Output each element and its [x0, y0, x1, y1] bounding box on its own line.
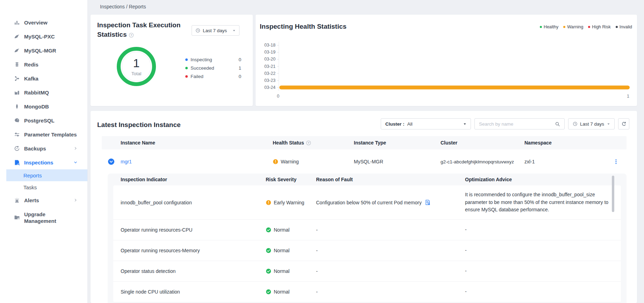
severity-cell: Early Warning: [266, 200, 316, 205]
help-icon[interactable]: ?: [306, 140, 311, 146]
sidebar-item-overview[interactable]: Overview: [0, 15, 87, 29]
chart-row-03-18: 03-18: [260, 42, 629, 49]
indicator-cell: Operator running resources-Memory: [121, 248, 266, 253]
reason-text: -: [316, 268, 318, 274]
reason-cell: -: [316, 248, 465, 253]
severity-label: Early Warning: [274, 200, 304, 205]
sidebar-item-upgrade-management[interactable]: Upgrade Management: [0, 207, 87, 228]
sidebar-item-inspections[interactable]: Inspections: [0, 155, 87, 169]
dolphin-icon: [14, 34, 20, 40]
breadcrumb-text[interactable]: Inspections / Reports: [100, 4, 146, 9]
sidebar-item-label: RabbitMQ: [24, 89, 78, 96]
exec-legend-item[interactable]: Failed0: [185, 72, 241, 80]
bar-track: [279, 63, 629, 70]
row-expand-toggle[interactable]: [102, 158, 121, 165]
health-legend: HealthyWarningHigh RiskInvalid: [540, 24, 632, 29]
sidebar-item-label: Alerts: [24, 197, 73, 204]
sidebar-item-tasks[interactable]: Tasks: [0, 181, 87, 193]
sidebar-item-mysql-pxc[interactable]: MySQL-PXC: [0, 29, 87, 43]
chart-row-03-23: 03-23: [260, 77, 629, 84]
caret-down-icon: [232, 29, 236, 32]
health-legend-item[interactable]: High Risk: [588, 24, 611, 29]
detail-row: Single node CPU utilizationNormal--: [113, 281, 621, 302]
nodes-icon: [14, 76, 20, 82]
health-legend-item[interactable]: Invalid: [616, 24, 632, 29]
sidebar-item-backups[interactable]: Backups: [0, 141, 87, 155]
sidebar-item-postgresql[interactable]: PostgreSQL: [0, 113, 87, 127]
refresh-button[interactable]: [618, 118, 629, 129]
bar-track: [279, 84, 629, 91]
doc-search-icon[interactable]: [425, 199, 431, 205]
bar-track: [279, 56, 629, 63]
exec-legend-item[interactable]: Inspecting0: [185, 55, 241, 64]
severity-cell: Normal: [266, 268, 316, 274]
clock-icon: [573, 121, 578, 126]
bar-track: [279, 49, 629, 56]
leaf-icon: [14, 104, 20, 110]
health-legend-item[interactable]: Warning: [563, 24, 583, 29]
sidebar-item-mongodb[interactable]: MongoDB: [0, 99, 87, 113]
exec-time-filter[interactable]: Last 7 days: [192, 25, 239, 36]
detail-row: Operator running resources-MemoryNormal-…: [113, 240, 621, 261]
bar-warning[interactable]: [279, 86, 630, 90]
cluster-select-label: Cluster :: [385, 121, 405, 127]
dolphin-icon: [14, 48, 20, 54]
sidebar-item-reports[interactable]: Reports: [6, 169, 87, 181]
chart-row-03-20: 03-20: [260, 56, 629, 63]
alarm-icon: [14, 197, 20, 203]
legend-label: Healthy: [544, 24, 558, 29]
detail-row: Operator status detectionNormal--: [113, 261, 621, 281]
y-tick-label: 03-20: [260, 57, 277, 62]
sidebar-item-label: PostgreSQL: [24, 117, 78, 124]
clock-icon: [195, 28, 200, 33]
cluster-select[interactable]: Cluster : All: [381, 118, 471, 129]
instance-name-link[interactable]: mgr1: [121, 159, 132, 164]
legend-dot: [185, 58, 188, 61]
sidebar-item-label: Upgrade Management: [24, 211, 78, 224]
latest-inspection-title: Latest Inspection Instance: [97, 120, 181, 129]
exec-time-filter-value: Last 7 days: [203, 28, 227, 33]
sidebar-item-rabbitmq[interactable]: RabbitMQ: [0, 85, 87, 99]
severity-label: Normal: [274, 289, 289, 295]
chart-row-03-22: 03-22: [260, 70, 629, 77]
sidebar-nav: OverviewMySQL-PXCMySQL-MGRRedisKafkaRabb…: [0, 0, 87, 228]
reason-cell: -: [316, 289, 465, 295]
instance-time-filter[interactable]: Last 7 days: [568, 118, 615, 129]
help-icon[interactable]: ?: [129, 33, 134, 38]
indicator-cell: Single node CPU utilization: [121, 289, 266, 295]
app-root: OverviewMySQL-PXCMySQL-MGRRedisKafkaRabb…: [0, 0, 644, 303]
health-legend-item[interactable]: Healthy: [540, 24, 558, 29]
legend-value: 0: [238, 57, 241, 62]
indicator-cell: innodb_buffer_pool configuration: [121, 200, 266, 205]
advice-cell: -: [465, 226, 610, 234]
col-risk-severity: Risk Severity: [266, 177, 316, 182]
sidebar-item-label: Redis: [24, 61, 78, 68]
row-actions-kebab[interactable]: [606, 159, 627, 164]
sidebar-item-label: MySQL-PXC: [24, 33, 78, 40]
search-input[interactable]: [479, 121, 553, 127]
detail-scrollbar-thumb[interactable]: [612, 176, 614, 212]
exec-legend-item[interactable]: Succeeded1: [185, 64, 241, 72]
sidebar-item-kafka[interactable]: Kafka: [0, 71, 87, 85]
sliders-icon: [14, 132, 20, 138]
search-icon[interactable]: [555, 121, 560, 127]
health-stats-title: Inspecting Health Statistics: [260, 22, 346, 31]
check-badge-icon: [266, 268, 271, 274]
chevron-down-icon: [73, 160, 78, 164]
sidebar-item-parameter-templates[interactable]: Parameter Templates: [0, 127, 87, 141]
warning-badge-icon: [273, 159, 278, 164]
reason-cell: -: [316, 268, 465, 274]
caret-down-icon: [607, 122, 610, 126]
sidebar-item-alerts[interactable]: Alerts: [0, 193, 87, 207]
y-tick-label: 03-22: [260, 71, 277, 76]
sidebar-item-redis[interactable]: Redis: [0, 57, 87, 71]
sidebar-item-mysql-mgr[interactable]: MySQL-MGR: [0, 43, 87, 57]
instance-type-cell: MySQL-MGR: [354, 159, 441, 164]
x-axis-ticks: 01: [277, 94, 629, 99]
svg-text:?: ?: [131, 34, 133, 37]
x-tick-max: 1: [627, 94, 629, 99]
legend-label: High Risk: [592, 24, 611, 29]
severity-label: Normal: [274, 248, 289, 253]
sidebar: OverviewMySQL-PXCMySQL-MGRRedisKafkaRabb…: [0, 0, 88, 303]
health-status-cell: Warning: [273, 159, 354, 164]
